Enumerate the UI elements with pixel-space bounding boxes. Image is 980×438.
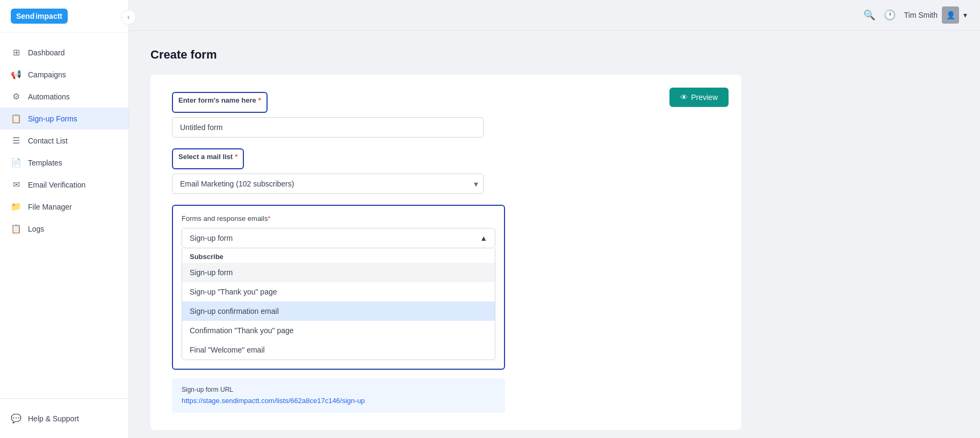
- user-name: Tim Smith: [904, 11, 938, 19]
- nav-label-logs: Logs: [28, 225, 44, 233]
- form-name-label-box: Enter form's name here *: [172, 92, 268, 113]
- sidebar-toggle[interactable]: ‹: [121, 10, 136, 25]
- mail-list-label: Select a mail list *: [178, 153, 237, 161]
- form-name-input[interactable]: [172, 117, 484, 138]
- sidebar-nav: ⊞Dashboard📢Campaigns⚙Automations📋Sign-up…: [0, 33, 128, 398]
- search-icon[interactable]: 🔍: [863, 9, 875, 21]
- nav-icon-logs: 📋: [11, 224, 21, 234]
- mail-list-group: Select a mail list * Email Marketing (10…: [172, 148, 720, 194]
- nav-icon-contact-list: ☰: [11, 135, 21, 146]
- mail-list-select[interactable]: Email Marketing (102 subscribers) Newsle…: [172, 174, 484, 194]
- preview-button[interactable]: 👁 Preview: [669, 88, 729, 107]
- content-area: Create form 👁 Preview Enter form's name …: [129, 31, 980, 438]
- dropdown-list: Subscribe Sign-up formSign-up "Thank you…: [182, 248, 495, 360]
- sidebar-item-automations[interactable]: ⚙Automations: [0, 85, 128, 107]
- nav-label-help-support: Help & Support: [28, 414, 79, 423]
- mail-list-select-wrapper: Email Marketing (102 subscribers) Newsle…: [172, 174, 484, 194]
- url-link[interactable]: https://stage.sendimpactt.com/lists/662a…: [182, 397, 365, 405]
- logo-impactt: impactt: [35, 12, 62, 20]
- dropdown-arrow-icon: ▲: [480, 234, 487, 242]
- nav-icon-help-support: 💬: [11, 413, 21, 423]
- sidebar-item-contact-list[interactable]: ☰Contact List: [0, 130, 128, 152]
- sidebar-bottom: 💬Help & Support: [0, 398, 128, 438]
- form-name-label: Enter form's name here *: [178, 96, 261, 104]
- dropdown-option-signup-form[interactable]: Sign-up form: [182, 263, 495, 282]
- clock-icon[interactable]: 🕐: [884, 9, 896, 21]
- sidebar-item-signup-forms[interactable]: 📋Sign-up Forms: [0, 107, 128, 130]
- dropdown-group-subscribe: Subscribe: [182, 248, 495, 263]
- nav-label-signup-forms: Sign-up Forms: [28, 114, 77, 123]
- nav-icon-signup-forms: 📋: [11, 113, 21, 124]
- dropdown-trigger[interactable]: Sign-up form ▲: [182, 228, 495, 248]
- sidebar-item-campaigns[interactable]: 📢Campaigns: [0, 63, 128, 85]
- page-title: Create form: [150, 48, 959, 62]
- forms-response-label: Forms and response emails*: [182, 214, 495, 222]
- preview-icon: 👁: [680, 93, 688, 102]
- sidebar-item-templates[interactable]: 📄Templates: [0, 152, 128, 174]
- user-menu[interactable]: Tim Smith 👤 ▾: [904, 6, 967, 24]
- header: 🔍 🕐 Tim Smith 👤 ▾: [129, 0, 980, 31]
- forms-response-section: Forms and response emails* Sign-up form …: [172, 205, 505, 370]
- url-label: Sign-up form URL: [182, 386, 495, 393]
- avatar: 👤: [942, 6, 959, 24]
- user-dropdown-icon: ▾: [963, 11, 967, 19]
- sidebar-item-file-manager[interactable]: 📁File Manager: [0, 196, 128, 218]
- nav-label-templates: Templates: [28, 159, 62, 167]
- sidebar-item-dashboard[interactable]: ⊞Dashboard: [0, 41, 128, 63]
- nav-icon-templates: 📄: [11, 157, 21, 168]
- dropdown-option-confirmation-thankyou[interactable]: Confirmation "Thank you" page: [182, 321, 495, 340]
- form-card: 👁 Preview Enter form's name here * Selec…: [150, 75, 741, 430]
- logo: Sendimpactt: [11, 9, 68, 24]
- nav-label-campaigns: Campaigns: [28, 70, 66, 79]
- dropdown-option-final-welcome[interactable]: Final "Welcome" email: [182, 340, 495, 360]
- nav-icon-email-verification: ✉: [11, 179, 21, 190]
- sidebar-logo: Sendimpactt: [0, 0, 128, 33]
- nav-icon-automations: ⚙: [11, 91, 21, 102]
- mail-list-label-box: Select a mail list *: [172, 148, 244, 169]
- logo-send: Send: [16, 12, 34, 20]
- dropdown-options: Sign-up formSign-up "Thank you" pageSign…: [182, 263, 495, 360]
- dropdown-option-signup-confirmation[interactable]: Sign-up confirmation email: [182, 301, 495, 321]
- nav-icon-file-manager: 📁: [11, 202, 21, 212]
- nav-label-file-manager: File Manager: [28, 203, 72, 211]
- sidebar: Sendimpactt ‹ ⊞Dashboard📢Campaigns⚙Autom…: [0, 0, 129, 438]
- sidebar-item-logs[interactable]: 📋Logs: [0, 218, 128, 240]
- dropdown-option-signup-thankyou[interactable]: Sign-up "Thank you" page: [182, 282, 495, 301]
- sidebar-item-email-verification[interactable]: ✉Email Verification: [0, 174, 128, 196]
- nav-label-automations: Automations: [28, 92, 70, 101]
- url-section: Sign-up form URL https://stage.sendimpac…: [172, 378, 505, 413]
- sidebar-item-help-support[interactable]: 💬Help & Support: [0, 407, 128, 429]
- nav-icon-dashboard: ⊞: [11, 47, 21, 58]
- form-name-group: Enter form's name here *: [172, 92, 720, 138]
- main-area: 🔍 🕐 Tim Smith 👤 ▾ Create form 👁 Preview …: [129, 0, 980, 438]
- nav-label-email-verification: Email Verification: [28, 181, 85, 189]
- nav-label-contact-list: Contact List: [28, 137, 68, 145]
- nav-icon-campaigns: 📢: [11, 69, 21, 80]
- nav-label-dashboard: Dashboard: [28, 48, 65, 57]
